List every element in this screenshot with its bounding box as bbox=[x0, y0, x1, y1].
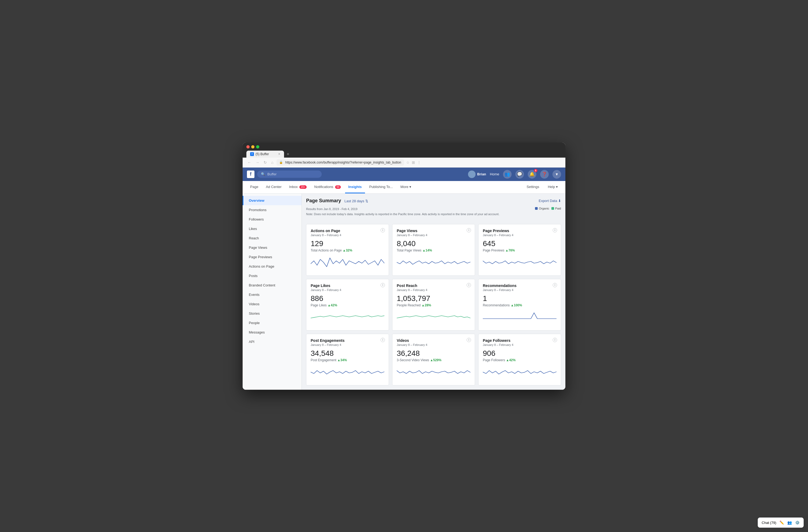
metric-value: 8,040 bbox=[397, 239, 471, 248]
info-icon[interactable]: i bbox=[553, 283, 557, 287]
reload-button[interactable]: ↻ bbox=[262, 160, 268, 165]
browser-chrome: f (5) Buffer ✕ + bbox=[243, 143, 565, 158]
page-summary-title-group: Page Summary Last 28 days ⇅ bbox=[306, 198, 368, 204]
browser-window: f (5) Buffer ✕ + ← → ↻ ⌂ 🔒 https://www.f… bbox=[243, 143, 565, 390]
search-box[interactable]: 🔍 bbox=[257, 170, 322, 178]
sidebar-item-branded-content[interactable]: Branded Content bbox=[243, 280, 301, 290]
main-content: Page Summary Last 28 days ⇅ Export Data … bbox=[302, 194, 565, 390]
metric-value: 129 bbox=[311, 239, 384, 248]
sidebar-item-messages[interactable]: Messages bbox=[243, 328, 301, 337]
inbox-badge: 20+ bbox=[299, 185, 307, 189]
bookmark-icon[interactable]: ☆ bbox=[406, 160, 410, 165]
maximize-window-button[interactable] bbox=[256, 145, 259, 148]
page-navigation: Page Ad Center Inbox 20+ Notifications 9… bbox=[243, 181, 565, 194]
close-window-button[interactable] bbox=[246, 145, 250, 148]
metric-title: Videos bbox=[397, 338, 471, 343]
metric-label: Post Engagement ▲34% bbox=[311, 358, 384, 362]
metric-card-actions-on-page: i Actions on Page January 8 – February 4… bbox=[306, 224, 389, 276]
nav-insights[interactable]: Insights bbox=[345, 181, 365, 194]
metric-card-page-followers: i Page Followers January 8 – February 4 … bbox=[478, 334, 561, 385]
info-icon[interactable]: i bbox=[467, 283, 471, 287]
friends-icon[interactable]: 👥 bbox=[503, 170, 512, 179]
metric-date: January 8 – February 4 bbox=[483, 234, 556, 237]
messenger-icon[interactable]: 💬 bbox=[515, 170, 524, 179]
sidebar-item-people[interactable]: People bbox=[243, 318, 301, 328]
nav-publishing[interactable]: Publishing To... bbox=[366, 181, 396, 194]
sidebar-item-page-previews[interactable]: Page Previews bbox=[243, 252, 301, 262]
nav-more[interactable]: More ▾ bbox=[397, 181, 415, 194]
mini-chart bbox=[311, 310, 384, 326]
notifications-icon[interactable]: 🔔 5 bbox=[528, 170, 536, 179]
tab-close-button[interactable]: ✕ bbox=[278, 152, 280, 155]
paid-dot bbox=[551, 207, 554, 210]
nav-help[interactable]: Help ▾ bbox=[545, 181, 561, 194]
sidebar-item-api[interactable]: API bbox=[243, 337, 301, 346]
results-text: Results from Jan 8, 2019 - Feb 4, 2019 bbox=[306, 207, 499, 212]
legend: Organic Paid bbox=[535, 207, 561, 210]
menu-icon[interactable]: ⋮ bbox=[417, 160, 421, 165]
info-icon[interactable]: i bbox=[553, 228, 557, 232]
sidebar-item-videos[interactable]: Videos bbox=[243, 299, 301, 309]
nav-settings[interactable]: Settings bbox=[524, 181, 543, 194]
export-data-button[interactable]: Export Data ⬇ bbox=[539, 199, 561, 203]
date-range-selector[interactable]: Last 28 days ⇅ bbox=[345, 199, 368, 203]
nav-page[interactable]: Page bbox=[247, 181, 261, 194]
home-button[interactable]: ⌂ bbox=[270, 160, 274, 165]
note-text: Note: Does not include today's data. Ins… bbox=[306, 212, 499, 217]
metric-change: ▲42% bbox=[506, 358, 516, 362]
metric-change: ▲34% bbox=[337, 358, 347, 362]
metric-label: Page Followers ▲42% bbox=[483, 358, 556, 362]
search-input[interactable] bbox=[268, 172, 318, 176]
metric-change: ▲100% bbox=[511, 304, 522, 307]
help-icon[interactable]: ❓ bbox=[540, 170, 549, 179]
info-icon[interactable]: i bbox=[381, 228, 385, 232]
sidebar-item-stories[interactable]: Stories bbox=[243, 309, 301, 318]
metric-date: January 8 – February 4 bbox=[311, 234, 384, 237]
sidebar-item-actions-on-page[interactable]: Actions on Page bbox=[243, 262, 301, 271]
user-name: Brian bbox=[477, 172, 486, 176]
browser-tab[interactable]: f (5) Buffer ✕ bbox=[246, 151, 284, 158]
user-profile[interactable]: Brian bbox=[468, 170, 486, 178]
mini-chart bbox=[397, 310, 471, 326]
info-icon[interactable]: i bbox=[381, 283, 385, 287]
sidebar-item-reach[interactable]: Reach bbox=[243, 234, 301, 243]
nav-inbox[interactable]: Inbox 20+ bbox=[286, 181, 310, 194]
metric-title: Page Previews bbox=[483, 228, 556, 233]
forward-button[interactable]: → bbox=[254, 160, 260, 165]
metric-card-page-previews: i Page Previews January 8 – February 4 6… bbox=[478, 224, 561, 276]
metric-value: 34,548 bbox=[311, 349, 384, 358]
info-icon[interactable]: i bbox=[553, 338, 557, 342]
metric-card-videos: i Videos January 8 – February 4 36,248 3… bbox=[392, 334, 475, 385]
tab-label: (5) Buffer bbox=[256, 152, 269, 156]
sidebar-item-events[interactable]: Events bbox=[243, 290, 301, 299]
info-icon[interactable]: i bbox=[467, 228, 471, 232]
sidebar-item-page-views[interactable]: Page Views bbox=[243, 243, 301, 252]
url-display[interactable]: https://www.facebook.com/bufferapp/insig… bbox=[285, 161, 401, 164]
minimize-window-button[interactable] bbox=[251, 145, 254, 148]
metrics-grid: i Actions on Page January 8 – February 4… bbox=[306, 224, 561, 385]
nav-notifications[interactable]: Notifications 99 bbox=[311, 181, 344, 194]
facebook-header: f 🔍 Brian Home 👥 💬 🔔 5 ❓ ▾ bbox=[243, 168, 565, 181]
metric-card-post-engagements: i Post Engagements January 8 – February … bbox=[306, 334, 389, 385]
sidebar-item-promotions[interactable]: Promotions bbox=[243, 205, 301, 215]
sidebar-item-followers[interactable]: Followers bbox=[243, 215, 301, 224]
metric-card-post-reach: i Post Reach January 8 – February 4 1,05… bbox=[392, 279, 475, 331]
mini-chart bbox=[397, 255, 471, 271]
metric-value: 1 bbox=[483, 294, 556, 303]
sidebar-item-posts[interactable]: Posts bbox=[243, 271, 301, 280]
extensions-icon[interactable]: ⊞ bbox=[412, 160, 415, 165]
export-label: Export Data bbox=[539, 199, 557, 203]
metric-value: 1,053,797 bbox=[397, 294, 471, 303]
sidebar-item-overview[interactable]: Overview bbox=[243, 196, 301, 205]
nav-ad-center[interactable]: Ad Center bbox=[262, 181, 285, 194]
info-icon[interactable]: i bbox=[467, 338, 471, 342]
sidebar-item-likes[interactable]: Likes bbox=[243, 224, 301, 234]
new-tab-button[interactable]: + bbox=[284, 151, 291, 158]
dropdown-icon[interactable]: ▾ bbox=[552, 170, 561, 179]
metric-date: January 8 – February 4 bbox=[397, 288, 471, 292]
info-icon[interactable]: i bbox=[381, 338, 385, 342]
back-button[interactable]: ← bbox=[246, 160, 252, 165]
metric-date: January 8 – February 4 bbox=[397, 343, 471, 346]
home-link[interactable]: Home bbox=[490, 172, 499, 176]
metric-value: 906 bbox=[483, 349, 556, 358]
